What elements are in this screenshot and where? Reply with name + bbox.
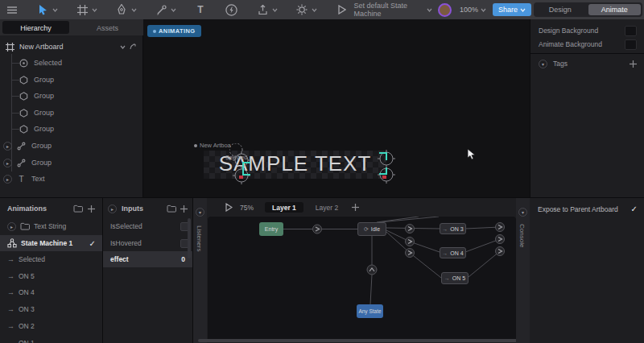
transition-arrow-icon: → [7, 255, 14, 263]
design-canvas[interactable]: ANIMATING New Artboa SAMPLE TEXT Selecte… [143, 19, 530, 197]
node-idle[interactable]: ⟳ Idle [357, 222, 386, 236]
play-icon[interactable] [336, 3, 347, 16]
transition-arrow-icon: → [7, 322, 14, 330]
zoom-chevron-icon[interactable] [481, 8, 486, 12]
tree-item-label: Group [31, 142, 52, 150]
transition-arrow-icon: → [7, 288, 14, 296]
animate-background-swatch[interactable] [625, 39, 637, 50]
tree-row-artboard[interactable]: New Artboard [0, 39, 143, 55]
hierarchy-panel: Hierarchy Assets New Artboard Selected [0, 19, 143, 197]
tab-hierarchy[interactable]: Hierarchy [2, 21, 69, 34]
add-tag-icon[interactable] [630, 60, 637, 68]
artboard-icon [6, 43, 14, 52]
expand-icon[interactable]: ▸ [3, 159, 12, 167]
input-row-isselected[interactable]: IsSelected [103, 218, 192, 234]
menu-icon[interactable] [6, 3, 19, 16]
inputs-expand-icon[interactable]: ▸ [108, 205, 117, 213]
bone-icon [17, 142, 26, 151]
listeners-expand-icon[interactable]: ▾ [196, 208, 204, 217]
state-machine-chevron-icon[interactable] [427, 8, 432, 12]
state-machine-graph[interactable]: Entry ⟳ Idle → ON 3 → ON 4 → ON 5 Any St… [208, 217, 516, 340]
export-chevron-icon[interactable] [272, 8, 278, 12]
input-row-effect[interactable]: effect 0 [103, 251, 192, 267]
artboard-dot-icon [194, 144, 197, 147]
tags-expand-icon[interactable]: ▾ [539, 60, 547, 68]
settings-chevron-icon[interactable] [312, 8, 317, 12]
bolt-tool-icon[interactable] [225, 3, 237, 16]
tree-row-group-expandable[interactable]: ▸ Group [0, 155, 143, 171]
text-tool-icon[interactable]: T [194, 3, 207, 16]
add-animation-icon[interactable] [88, 205, 95, 213]
listeners-label: Listeners [196, 225, 203, 251]
expand-icon[interactable]: ▸ [7, 222, 16, 231]
user-avatar[interactable] [438, 3, 452, 17]
default-state-machine-dropdown[interactable]: Set default State Machine [353, 2, 423, 18]
select-tool-icon[interactable] [36, 3, 49, 16]
pen-tool-icon[interactable] [115, 3, 128, 16]
add-layer-icon[interactable] [352, 204, 359, 211]
tree-row-selected[interactable]: Selected [0, 55, 143, 71]
animation-row-on3[interactable]: → ON 3 [0, 301, 102, 317]
export-icon[interactable] [256, 3, 269, 16]
design-background-swatch[interactable] [625, 26, 637, 36]
artboard-name-label: New Artboard [19, 43, 64, 51]
tree-row-group-expandable[interactable]: ▸ Group [0, 138, 143, 154]
node-on4[interactable]: → ON 4 [440, 247, 466, 258]
knife-tool-icon[interactable] [155, 3, 167, 16]
new-folder-icon[interactable] [73, 205, 83, 213]
animate-background-row: Animate Background [530, 38, 644, 51]
tab-layer-1[interactable]: Layer 1 [265, 202, 303, 213]
animation-row-on4[interactable]: → ON 4 [0, 284, 102, 300]
node-entry[interactable]: Entry [259, 222, 283, 236]
pen-tool-chevron-icon[interactable] [131, 8, 137, 12]
knife-tool-chevron-icon[interactable] [171, 8, 176, 12]
tab-layer-2[interactable]: Layer 2 [308, 202, 345, 213]
expand-icon[interactable]: ▸ [3, 142, 12, 151]
tree-row-group[interactable]: Group [0, 121, 143, 137]
node-on3[interactable]: → ON 3 [440, 223, 466, 234]
animation-label: ON 2 [19, 322, 35, 330]
tree-row-group[interactable]: Group [0, 88, 143, 104]
input-name: effect [110, 255, 129, 263]
canvas-zoom-level[interactable]: 100% [460, 6, 478, 14]
animation-row-on1[interactable]: → ON 1 [0, 335, 102, 343]
animation-row-selected[interactable]: → Selected [0, 251, 102, 267]
animation-row-state-machine-1[interactable]: State Machine 1 ✓ [0, 235, 102, 251]
transition-arrow-icon: → [7, 305, 14, 313]
console-expand-icon[interactable]: ▾ [518, 208, 527, 217]
artboard-tool-icon[interactable] [76, 3, 89, 16]
add-input-icon[interactable] [180, 205, 188, 213]
artboard-options-icon[interactable] [129, 43, 137, 51]
artboard-tool-chevron-icon[interactable] [92, 8, 97, 12]
node-any-state[interactable]: Any State [357, 304, 383, 318]
animation-row-on5[interactable]: → ON 5 [0, 268, 102, 284]
input-value[interactable]: 0 [181, 255, 185, 263]
artboard-chevron-icon[interactable] [120, 45, 126, 49]
inputs-folder-icon[interactable] [167, 205, 176, 213]
expose-row[interactable]: Expose to Parent Artboard ✓ [538, 205, 638, 213]
graph-scrollbar[interactable] [198, 339, 523, 342]
share-button[interactable]: Share [493, 3, 531, 16]
expand-icon[interactable]: ▸ [3, 175, 12, 184]
tree-row-group[interactable]: Group [0, 105, 143, 121]
animating-badge: ANIMATING [147, 25, 201, 37]
graph-play-icon[interactable] [225, 203, 233, 212]
selection-handles[interactable] [229, 143, 398, 192]
console-strip: ▾ Console [516, 198, 530, 343]
input-row-ishovered[interactable]: IsHovered [103, 235, 192, 251]
inputs-scrollbar[interactable] [188, 218, 191, 258]
node-on5[interactable]: → ON 5 [441, 272, 469, 284]
settings-gear-icon[interactable] [295, 3, 308, 16]
tab-assets[interactable]: Assets [74, 21, 141, 34]
artboard-canvas-label[interactable]: New Artboa [194, 142, 231, 149]
animation-row-on2[interactable]: → ON 2 [0, 318, 102, 334]
input-name: IsSelected [110, 222, 142, 230]
tree-row-group[interactable]: Group [0, 72, 143, 88]
expose-check-icon[interactable]: ✓ [631, 205, 638, 213]
animate-mode-tab[interactable]: Animate [588, 4, 642, 15]
tree-row-text[interactable]: ▸ T Text [0, 171, 143, 187]
select-tool-chevron-icon[interactable] [52, 8, 58, 12]
animation-row-text-string[interactable]: ▸ Text String [0, 218, 102, 234]
design-mode-tab[interactable]: Design [534, 3, 587, 16]
graph-zoom-level[interactable]: 75% [240, 204, 254, 212]
